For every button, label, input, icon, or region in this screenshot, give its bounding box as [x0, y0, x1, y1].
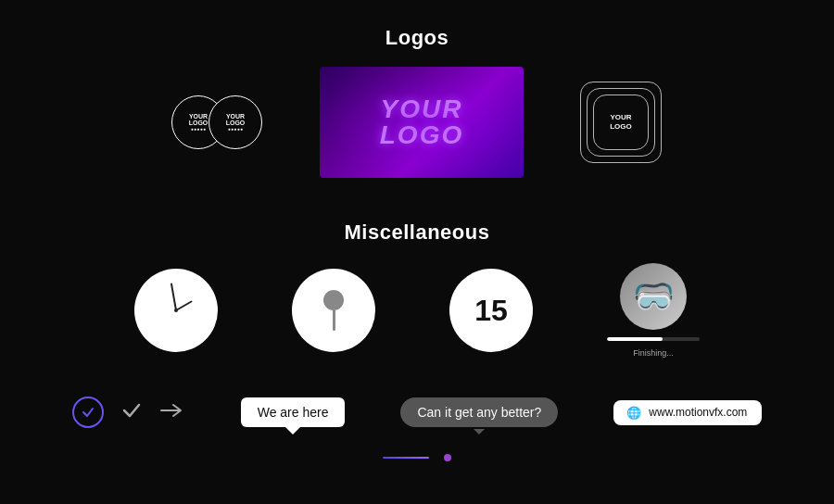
- icons-group: [72, 397, 185, 428]
- progress-bar-container: [607, 337, 700, 341]
- logo-circle-right-line2: LOGO: [226, 120, 246, 126]
- plain-check-icon: [122, 403, 141, 422]
- pin-widget: [292, 269, 375, 352]
- pin-icon: [323, 290, 344, 331]
- dot-decoration: [444, 454, 451, 461]
- logo-circle-left-line1: YOUR: [189, 113, 208, 120]
- bottom-decorations: [0, 454, 834, 461]
- arrow-svg: [159, 403, 185, 418]
- url-bar: 🌐 www.motionvfx.com: [613, 400, 762, 425]
- url-text: www.motionvfx.com: [649, 406, 747, 419]
- logo-circles: YOUR LOGO ●●●●● YOUR LOGO ●●●●●: [171, 93, 264, 153]
- finishing-label: Finishing...: [633, 348, 674, 358]
- speech-bubble: We are here: [241, 397, 346, 427]
- logos-title: Logos: [0, 26, 834, 50]
- logos-row: YOUR LOGO ●●●●● YOUR LOGO ●●●●● YOUR LOG…: [0, 67, 834, 178]
- check-svg: [81, 405, 95, 420]
- logo-neon: YOUR LOGO: [320, 67, 524, 178]
- logo-circle-left-sub: ●●●●●: [191, 126, 207, 132]
- avatar-image: 🥽: [620, 263, 687, 330]
- logos-section: Logos YOUR LOGO ●●●●● YOUR LOGO ●●●●● YO…: [0, 26, 834, 178]
- misc-section: Miscellaneous 15 🥽: [0, 220, 834, 358]
- number-widget: 15: [449, 269, 533, 352]
- chat-bubble-text: Can it get any better?: [417, 405, 541, 420]
- chat-bubble: Can it get any better?: [400, 397, 558, 427]
- clock-minute-hand: [171, 283, 177, 310]
- clock-widget: [134, 269, 218, 352]
- avatar-widget: 🥽 Finishing...: [607, 263, 700, 358]
- avatar-face: 🥽: [633, 280, 675, 313]
- progress-bar-fill: [607, 337, 663, 341]
- logo-circle-right: YOUR LOGO ●●●●●: [208, 95, 262, 149]
- number-display: 15: [474, 294, 508, 328]
- line-decoration: [383, 457, 429, 459]
- globe-icon: 🌐: [626, 406, 641, 420]
- plain-check-svg: [122, 403, 141, 418]
- pin-stick: [333, 310, 335, 331]
- line-dot-group: [383, 454, 451, 461]
- arrow-right-icon: [159, 403, 185, 422]
- logo-circle-right-line1: YOUR: [226, 113, 245, 120]
- logo-frames: YOURLOGO: [579, 81, 663, 164]
- speech-bubble-text: We are here: [258, 405, 329, 420]
- clock-center-dot: [174, 309, 178, 312]
- misc-title: Miscellaneous: [0, 220, 834, 245]
- pin-head: [323, 290, 344, 310]
- logo-circle-left-line2: LOGO: [189, 120, 208, 126]
- logo-circle-right-sub: ●●●●●: [228, 126, 244, 132]
- logo-neon-text: YOUR LOGO: [380, 96, 463, 148]
- frame-3: [593, 94, 649, 150]
- bottom-row: We are here Can it get any better? 🌐 www…: [0, 397, 834, 428]
- clock-hour-hand: [176, 300, 193, 311]
- circle-check-icon: [72, 397, 104, 428]
- misc-row: 15 🥽 Finishing...: [0, 263, 834, 358]
